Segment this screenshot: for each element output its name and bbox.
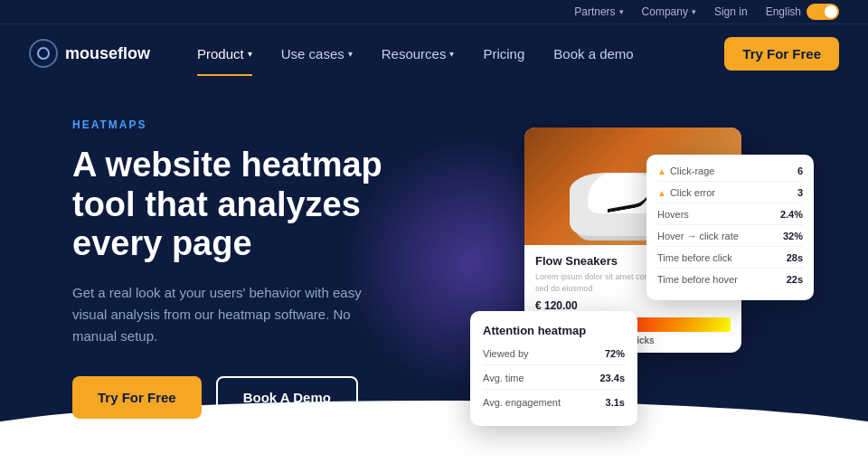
partners-chevron-icon: ▾ — [619, 7, 624, 16]
hero-right: Flow Sneakers Lorem ipsum dolor sit amet… — [452, 118, 796, 444]
resources-chevron-icon: ▾ — [449, 49, 454, 59]
company-chevron-icon: ▾ — [692, 7, 696, 16]
hero-left: HEATMAPS A website heatmap tool that ana… — [72, 118, 452, 419]
attention-row-avgtime: Avg. time 23.4s — [483, 373, 625, 390]
stats-tbh-value: 22s — [787, 274, 803, 285]
hero-title: A website heatmap tool that analyzes eve… — [72, 146, 452, 264]
signin-link[interactable]: Sign in — [714, 5, 748, 18]
attention-row-viewed: Viewed by 72% — [483, 348, 625, 365]
stats-hovers-value: 2.4% — [780, 209, 803, 220]
stats-clickrage-label: ▲Click-rage — [657, 165, 714, 176]
stats-tbc-label: Time before click — [657, 252, 732, 263]
attention-avgtime-label: Avg. time — [483, 373, 524, 383]
attention-row-engagement: Avg. engagement 3.1s — [483, 397, 625, 413]
top-utility-bar: Partners ▾ Company ▾ Sign in English — [0, 0, 868, 24]
company-link[interactable]: Company ▾ — [642, 5, 696, 18]
stats-clickerror-value: 3 — [797, 187, 803, 198]
nav-links: Product ▾ Use cases ▾ Resources ▾ Pricin… — [186, 39, 695, 69]
stats-clickrage-value: 6 — [797, 165, 803, 176]
attention-avgtime-value: 23.4s — [599, 373, 625, 383]
language-label: English — [766, 5, 801, 18]
stats-tbh-label: Time before hover — [657, 274, 738, 285]
signin-label: Sign in — [714, 5, 748, 18]
stats-hover-click-label: Hover → click rate — [657, 231, 739, 241]
warn-icon-clickerror: ▲ — [657, 188, 666, 198]
stats-row-time-before-click: Time before click 28s — [657, 252, 803, 269]
stats-row-clickerror: ▲Click error 3 — [657, 187, 803, 203]
nav-resources[interactable]: Resources ▾ — [371, 39, 466, 69]
nav-product-label: Product — [197, 46, 244, 61]
attention-engagement-value: 3.1s — [606, 397, 625, 408]
nav-book-demo[interactable]: Book a demo — [542, 39, 644, 69]
company-label: Company — [642, 5, 688, 18]
nav-book-demo-label: Book a demo — [553, 46, 633, 61]
use-cases-chevron-icon: ▾ — [348, 49, 353, 59]
hero-section: HEATMAPS A website heatmap tool that ana… — [0, 82, 868, 463]
stats-row-hovers: Hovers 2.4% — [657, 209, 803, 225]
stats-card: ▲Click-rage 6 ▲Click error 3 Hovers 2.4%… — [646, 155, 814, 300]
dark-mode-toggle[interactable] — [807, 4, 839, 20]
hero-tag: HEATMAPS — [72, 118, 452, 131]
product-chevron-icon: ▾ — [248, 49, 252, 59]
language-selector[interactable]: English — [766, 4, 839, 20]
attention-viewed-value: 72% — [605, 348, 625, 359]
warn-icon-clickrage: ▲ — [657, 166, 666, 176]
partners-link[interactable]: Partners ▾ — [574, 5, 623, 18]
hero-description: Get a real look at your users' behavior … — [72, 282, 380, 347]
attention-engagement-label: Avg. engagement — [483, 397, 561, 408]
hero-book-demo-button[interactable]: Book A Demo — [216, 376, 358, 419]
stats-hovers-label: Hovers — [657, 209, 689, 220]
stats-row-hover-click-rate: Hover → click rate 32% — [657, 231, 803, 247]
logo-icon — [29, 39, 58, 68]
attention-viewed-label: Viewed by — [483, 348, 529, 359]
nav-product[interactable]: Product ▾ — [186, 39, 263, 69]
logo[interactable]: mouseflow — [29, 39, 150, 68]
main-navbar: mouseflow Product ▾ Use cases ▾ Resource… — [0, 24, 868, 82]
partners-label: Partners — [574, 5, 615, 18]
nav-right: Try For Free — [724, 37, 839, 71]
attention-card-title: Attention heatmap — [483, 324, 625, 337]
hero-try-free-button[interactable]: Try For Free — [72, 376, 202, 419]
nav-try-free-button[interactable]: Try For Free — [724, 37, 839, 71]
hero-buttons: Try For Free Book A Demo — [72, 376, 452, 419]
nav-resources-label: Resources — [382, 46, 447, 61]
nav-pricing-label: Pricing — [483, 46, 524, 61]
nav-use-cases[interactable]: Use cases ▾ — [270, 39, 363, 69]
stats-hover-click-value: 32% — [783, 231, 803, 241]
nav-pricing[interactable]: Pricing — [472, 39, 535, 69]
stats-row-clickrage: ▲Click-rage 6 — [657, 165, 803, 182]
stats-row-time-before-hover: Time before hover 22s — [657, 274, 803, 289]
nav-use-cases-label: Use cases — [281, 46, 344, 61]
stats-tbc-value: 28s — [787, 252, 803, 263]
stats-clickerror-label: ▲Click error — [657, 187, 715, 198]
attention-card: Attention heatmap Viewed by 72% Avg. tim… — [470, 311, 637, 426]
logo-text: mouseflow — [65, 44, 150, 63]
